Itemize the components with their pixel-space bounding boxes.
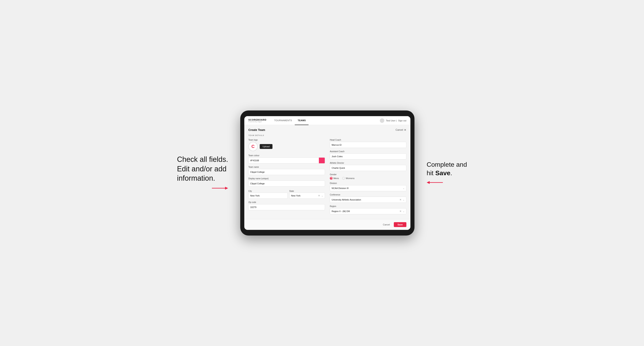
region-label: Region [330, 205, 406, 207]
conference-value: University Athletic Association [332, 198, 361, 201]
gender-row: Mens Womens [330, 177, 406, 180]
gender-mens-option[interactable]: Mens [330, 177, 339, 180]
city-state-group: City State New York ✕ [248, 189, 325, 199]
team-logo-area: C Upload [248, 142, 325, 151]
gender-label: Gender [330, 173, 406, 176]
conference-clear-icon[interactable]: ✕ [400, 198, 402, 201]
save-button[interactable]: Save [394, 222, 406, 227]
region-value: Region II - (M) DIII [332, 210, 350, 212]
division-value: NCAA Division III [332, 187, 349, 189]
left-column: Team logo C Upload Team colo [248, 139, 325, 214]
athletic-director-group: Athletic Director [330, 162, 406, 171]
team-colour-label: Team colour [248, 154, 325, 157]
team-name-input[interactable] [248, 169, 325, 175]
create-team-header: Create Team Cancel ✕ [248, 128, 406, 132]
athletic-director-input[interactable] [330, 165, 406, 171]
gender-womens-label: Womens [346, 177, 354, 179]
conference-select[interactable]: University Athletic Association ✕ ⌄ [330, 197, 406, 203]
logo-title: SCOREBOARD [248, 119, 266, 121]
colour-swatch[interactable] [319, 158, 325, 164]
right-column: Head Coach Assistant Coach Athletic Dire… [330, 139, 406, 214]
upload-button[interactable]: Upload [260, 144, 272, 149]
svg-marker-3 [427, 181, 430, 184]
display-name-group: Display name (unique) [248, 177, 325, 186]
team-logo-group: Team logo C Upload [248, 139, 325, 152]
region-group: Region Region II - (M) DIII ✕ ⌄ [330, 205, 406, 214]
svg-marker-1 [225, 187, 228, 189]
division-chevron-icon: ⌄ [403, 187, 404, 189]
section-label: TEAM DETAILS [248, 134, 406, 136]
assistant-coach-label: Assistant Coach [330, 150, 406, 153]
cancel-x-button[interactable]: Cancel ✕ [396, 128, 406, 132]
cancel-button[interactable]: Cancel [380, 222, 392, 227]
city-label: City [248, 190, 252, 192]
team-name-group: Team name [248, 166, 325, 175]
navbar: SCOREBOARD Powered by clippd TOURNAMENTS… [244, 116, 410, 125]
zip-label: Zip code [248, 201, 325, 203]
region-clear-icon[interactable]: ✕ [400, 210, 402, 213]
user-name: Test User | [386, 119, 396, 122]
avatar [380, 118, 384, 123]
team-colour-group: Team colour [248, 154, 325, 164]
tab-teams[interactable]: TEAMS [295, 116, 308, 125]
team-logo-label: Team logo [248, 139, 325, 141]
conference-label: Conference [330, 194, 406, 196]
mens-radio-dot[interactable] [330, 177, 333, 180]
division-label: Division [330, 182, 406, 184]
assistant-coach-group: Assistant Coach [330, 150, 406, 160]
annotation-left: Check all fields. Edit and/or add inform… [177, 155, 228, 183]
division-group: Division NCAA Division III ⌄ [330, 182, 406, 191]
form-footer: Cancel Save [244, 219, 410, 230]
athletic-director-label: Athletic Director [330, 162, 406, 164]
state-label: State [289, 190, 294, 192]
region-chevron-icon: ⌄ [403, 210, 404, 213]
zip-group: Zip code [248, 201, 325, 210]
close-icon[interactable]: ✕ [404, 128, 406, 132]
display-name-input[interactable] [248, 180, 325, 186]
sign-out-link[interactable]: Sign out [398, 119, 406, 122]
form-grid: Team logo C Upload Team colo [248, 139, 406, 214]
team-logo-circle: C [248, 142, 258, 151]
conference-group: Conference University Athletic Associati… [330, 194, 406, 203]
assistant-coach-input[interactable] [330, 153, 406, 160]
city-group: City [248, 189, 288, 199]
head-coach-group: Head Coach [330, 139, 406, 148]
head-coach-label: Head Coach [330, 139, 406, 141]
state-select[interactable]: New York ✕ ⌄ [289, 193, 325, 199]
nav-tabs: TOURNAMENTS TEAMS [271, 116, 380, 125]
state-value: New York [291, 194, 300, 197]
state-chevron-icon: ⌄ [321, 194, 323, 197]
conference-chevron-icon: ⌄ [403, 198, 404, 201]
colour-row [248, 158, 325, 164]
womens-radio-dot[interactable] [342, 177, 345, 180]
page-title: Create Team [248, 128, 265, 132]
tab-tournaments[interactable]: TOURNAMENTS [271, 116, 295, 125]
annotation-right: Complete and hit Save. [427, 161, 467, 177]
gender-group: Gender Mens Womens [330, 173, 406, 180]
gender-mens-label: Mens [334, 177, 339, 179]
state-group: State New York ✕ ⌄ [289, 189, 325, 199]
user-info: Test User | Sign out [380, 118, 406, 123]
zip-input[interactable] [248, 204, 325, 210]
city-state-row: City State New York ✕ [248, 189, 325, 199]
arrow-left-icon [212, 185, 228, 191]
state-clear-icon[interactable]: ✕ [318, 194, 320, 197]
app-logo: SCOREBOARD Powered by clippd [248, 119, 266, 122]
gender-womens-option[interactable]: Womens [342, 177, 354, 180]
arrow-right-icon [427, 179, 443, 185]
division-select[interactable]: NCAA Division III ⌄ [330, 185, 406, 191]
head-coach-input[interactable] [330, 142, 406, 148]
team-colour-input[interactable] [248, 158, 319, 164]
logo-sub: Powered by clippd [248, 121, 266, 122]
city-input[interactable] [248, 193, 288, 199]
region-select[interactable]: Region II - (M) DIII ✕ ⌄ [330, 208, 406, 214]
team-name-label: Team name [248, 166, 325, 168]
display-name-label: Display name (unique) [248, 177, 325, 180]
